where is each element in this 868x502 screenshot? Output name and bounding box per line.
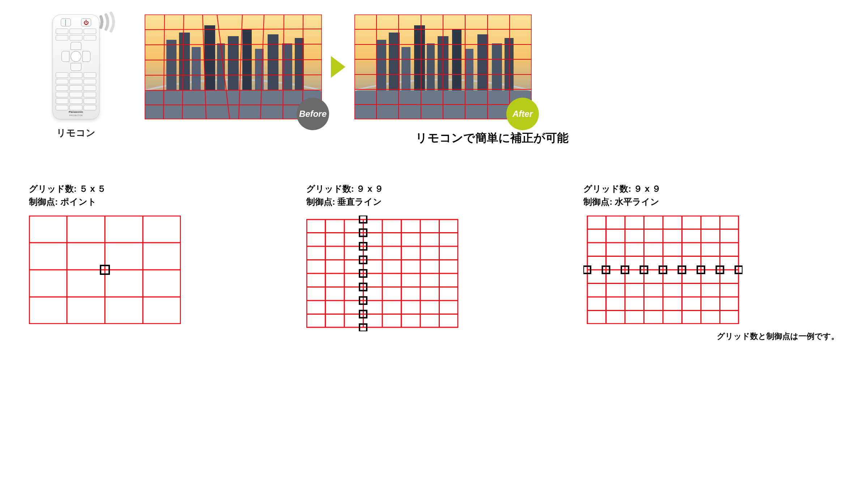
svg-rect-42 bbox=[477, 34, 488, 90]
svg-line-17 bbox=[145, 75, 322, 75]
control-value: ポイント bbox=[60, 197, 97, 207]
svg-rect-10 bbox=[268, 34, 278, 90]
control-value: 垂直ライン bbox=[337, 197, 382, 207]
remote-label: リモコン bbox=[29, 127, 123, 139]
signal-icon bbox=[94, 9, 119, 35]
svg-rect-43 bbox=[492, 43, 502, 90]
control-label: 制御点: bbox=[306, 197, 338, 207]
svg-line-16 bbox=[145, 60, 322, 60]
grid-diagram-hline bbox=[583, 216, 743, 324]
svg-rect-34 bbox=[376, 40, 386, 90]
power-on-button: │ bbox=[61, 18, 71, 26]
grid-diagram-point bbox=[29, 216, 181, 324]
standby-button: ⏻ bbox=[81, 18, 91, 26]
grid-count-label: グリッド数: bbox=[29, 184, 79, 193]
grid-examples-row: グリッド数: ５ x ５ 制御点: ポイント グリッド数: ９ x ９ 制御点:… bbox=[29, 182, 839, 342]
grid-count-value: ９ x ９ bbox=[634, 184, 661, 193]
svg-line-18 bbox=[145, 90, 322, 90]
remote-brand-sub: PROJECTOR bbox=[69, 114, 83, 116]
svg-rect-2 bbox=[166, 40, 176, 90]
svg-rect-36 bbox=[401, 47, 410, 90]
svg-rect-37 bbox=[414, 25, 425, 90]
grid-count-label: グリッド数: bbox=[583, 184, 634, 193]
control-label: 制御点: bbox=[29, 197, 60, 207]
control-value: 水平ライン bbox=[615, 197, 659, 207]
grid-card-9x9-vline: グリッド数: ９ x ９ 制御点: 垂直ライン bbox=[306, 182, 562, 342]
svg-rect-4 bbox=[192, 47, 201, 90]
grid-count-label: グリッド数: bbox=[306, 184, 357, 193]
after-image: After bbox=[354, 14, 532, 119]
svg-rect-41 bbox=[465, 49, 473, 90]
arrow-icon bbox=[331, 56, 345, 78]
svg-rect-5 bbox=[204, 25, 215, 90]
svg-rect-12 bbox=[295, 38, 304, 90]
grid-card-9x9-hline: グリッド数: ９ x ９ 制御点: 水平ライン bbox=[583, 182, 839, 342]
grid-count-value: ９ x ９ bbox=[356, 184, 383, 193]
remote-area: │ ⏻ Panasonic PROJECTOR リモコン bbox=[29, 14, 123, 139]
dpad bbox=[61, 42, 90, 71]
remote-control-image: │ ⏻ Panasonic PROJECTOR bbox=[52, 14, 99, 119]
grids-note: グリッド数と制御点は一例です。 bbox=[583, 331, 839, 342]
svg-rect-44 bbox=[505, 38, 514, 90]
grid-count-value: ５ x ５ bbox=[79, 184, 106, 193]
grid-card-5x5-point: グリッド数: ５ x ５ 制御点: ポイント bbox=[29, 182, 285, 342]
svg-rect-35 bbox=[389, 33, 400, 90]
comparison-caption: リモコンで簡単に補正が可能 bbox=[145, 130, 839, 146]
grid-diagram-vline bbox=[306, 216, 458, 331]
control-label: 制御点: bbox=[583, 197, 615, 207]
before-after-area: Before bbox=[145, 14, 839, 119]
top-comparison-row: │ ⏻ Panasonic PROJECTOR リモコン bbox=[29, 14, 839, 146]
remote-brand: Panasonic bbox=[69, 110, 83, 114]
before-badge: Before bbox=[297, 98, 329, 130]
svg-rect-6 bbox=[217, 43, 225, 90]
after-badge: After bbox=[506, 98, 539, 130]
svg-rect-3 bbox=[179, 33, 190, 90]
svg-rect-38 bbox=[427, 43, 435, 90]
before-image: Before bbox=[145, 14, 322, 119]
